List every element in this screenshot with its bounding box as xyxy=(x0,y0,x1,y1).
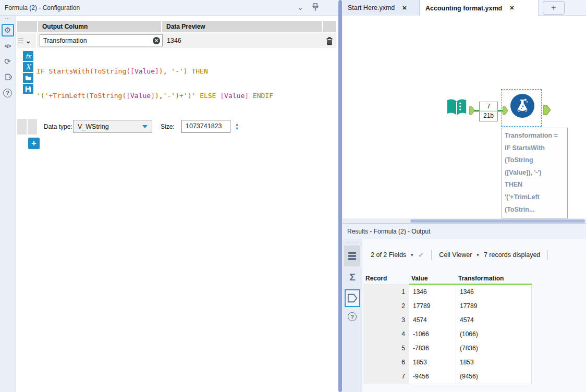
value-cell[interactable]: -9456 xyxy=(409,370,456,384)
results-help-button[interactable]: ? xyxy=(348,312,357,321)
column-header-value[interactable]: Value xyxy=(409,273,456,285)
transformation-cell[interactable]: (1066) xyxy=(456,327,532,342)
transformation-cell[interactable]: 1346 xyxy=(456,285,532,300)
record-cell[interactable]: 3 xyxy=(363,313,409,328)
expression-row-handle[interactable]: ☰ ⌄ xyxy=(17,33,37,48)
results-toolbar: 2 of 2 Fields ▾ ✔ Cell Viewer ▾ 7 record… xyxy=(362,243,586,266)
table-row[interactable]: 618531853 xyxy=(363,356,532,370)
table-row[interactable]: 345744574 xyxy=(363,313,532,327)
transformation-cell[interactable]: (7836) xyxy=(456,341,532,356)
delete-expression-button[interactable] xyxy=(323,33,336,48)
code-view-button[interactable]: </> xyxy=(2,40,14,52)
table-row[interactable]: 7-9456(9456) xyxy=(363,370,532,384)
size-stepper[interactable]: ▲ ▼ xyxy=(233,120,241,133)
save-expression-button[interactable] xyxy=(23,84,33,94)
transformation-cell[interactable]: 1853 xyxy=(456,356,532,370)
new-tab-button[interactable]: + xyxy=(543,1,565,15)
help-button[interactable]: ? xyxy=(2,87,14,99)
record-cell[interactable]: 7 xyxy=(363,370,409,384)
value-cell[interactable]: 1853 xyxy=(409,356,456,370)
record-cell[interactable]: 6 xyxy=(363,356,409,370)
formula-token: ( xyxy=(86,92,90,100)
value-cell[interactable]: 1346 xyxy=(409,285,456,300)
data-type-select[interactable]: V_WString xyxy=(73,120,152,133)
workflow-canvas-panel: Start Here.yxmd ✕ Accounting format.yxmd… xyxy=(343,0,586,223)
cell-viewer-button[interactable] xyxy=(345,289,360,307)
grid-header-trash-cell xyxy=(323,21,336,32)
record-cell[interactable]: 5 xyxy=(363,341,409,356)
record-cell[interactable]: 1 xyxy=(363,285,409,300)
run-options-button[interactable]: ⟳ xyxy=(2,55,14,68)
transformation-cell[interactable]: 4574 xyxy=(456,313,532,328)
fields-dropdown[interactable]: 2 of 2 Fields xyxy=(371,251,406,259)
data-preview-value: 1346 xyxy=(167,33,181,48)
value-cell[interactable]: -7836 xyxy=(409,341,456,356)
folder-open-icon xyxy=(25,75,32,81)
configuration-title: Formula (2) - Configuration xyxy=(0,4,80,11)
add-expression-button[interactable]: + xyxy=(28,138,40,149)
connection-progress-badge[interactable]: 7 21b xyxy=(479,102,498,121)
canvas-horizontal-scrollbar[interactable] xyxy=(343,218,586,223)
dropdown-arrow-icon xyxy=(142,125,148,128)
value-cell[interactable]: 17789 xyxy=(409,299,456,314)
formula-token: ELSE xyxy=(200,92,216,100)
text-input-tool[interactable] xyxy=(445,97,469,121)
variables-icon: Χ xyxy=(26,63,30,71)
table-row[interactable]: 113461346 xyxy=(363,285,532,299)
table-row[interactable]: 5-7836(7836) xyxy=(363,341,532,356)
record-cell[interactable]: 4 xyxy=(363,327,409,342)
configuration-panel-header: Formula (2) - Configuration xyxy=(0,0,338,16)
close-icon[interactable]: ✕ xyxy=(509,5,514,11)
annotation-tab-button[interactable] xyxy=(2,71,14,83)
size-input[interactable]: 1073741823 xyxy=(181,120,230,133)
data-preview-header: Data Preview xyxy=(162,21,322,32)
pin-panel-button[interactable] xyxy=(311,3,321,13)
tool-annotation[interactable]: Transformation =IF StartsWith(ToString([… xyxy=(502,128,568,218)
collapse-panel-button[interactable]: ⌄ xyxy=(295,3,306,13)
formula-token: [ xyxy=(130,67,135,75)
plus-icon: + xyxy=(31,138,36,148)
table-row[interactable]: 4-1066(1066) xyxy=(363,327,532,341)
formula-output-anchor[interactable] xyxy=(543,105,551,115)
input-anchor[interactable] xyxy=(503,106,508,115)
tab-start-here[interactable]: Start Here.yxmd ✕ xyxy=(343,0,420,16)
formula-token xyxy=(196,92,200,100)
close-icon[interactable]: ✕ xyxy=(402,5,407,11)
variables-button[interactable]: Χ xyxy=(23,62,33,72)
records-displayed-label: 7 records displayed xyxy=(484,251,540,259)
scrollbar-thumb[interactable] xyxy=(338,0,342,392)
output-column-input[interactable]: Transformation ✕ xyxy=(40,34,163,46)
spin-down-icon[interactable]: ▼ xyxy=(235,127,239,131)
scrollbar-thumb[interactable] xyxy=(410,219,585,223)
data-view-button[interactable] xyxy=(344,246,360,266)
record-cell[interactable]: 2 xyxy=(363,299,409,314)
open-expression-button[interactable] xyxy=(23,73,33,83)
configuration-tab-button[interactable]: ⚙ xyxy=(2,24,14,36)
formula-token: ) xyxy=(155,92,159,100)
value-cell[interactable]: -1066 xyxy=(409,327,456,342)
functions-button[interactable]: fx xyxy=(23,51,33,61)
toolbar-separator xyxy=(547,250,548,260)
tab-accounting-format[interactable]: Accounting format.yxmd ✕ xyxy=(420,0,539,16)
results-table-body: 113461346217789177893457445744-1066(1066… xyxy=(363,285,532,384)
drag-handle-icon: ☰ xyxy=(18,37,24,45)
config-vertical-scrollbar[interactable] xyxy=(338,0,343,392)
datatype-row-stub2 xyxy=(28,119,37,134)
fx-icon: fx xyxy=(25,53,31,60)
formula-token: ( xyxy=(126,67,130,75)
profile-view-button[interactable]: Σ xyxy=(343,272,362,283)
formula-tool[interactable] xyxy=(510,94,534,118)
formula-token: '-' xyxy=(171,67,183,75)
table-row[interactable]: 21778917789 xyxy=(363,299,532,313)
value-cell[interactable]: 4574 xyxy=(409,313,456,328)
formula-token: ] xyxy=(151,92,155,100)
transformation-cell[interactable]: (9456) xyxy=(456,370,532,384)
column-header-record[interactable]: Record xyxy=(363,273,409,285)
transformation-cell[interactable]: 17789 xyxy=(456,299,532,314)
cell-viewer-dropdown[interactable]: Cell Viewer xyxy=(439,251,472,259)
clear-column-button[interactable]: ✕ xyxy=(153,37,160,44)
help-icon: ? xyxy=(348,312,357,321)
column-header-transformation[interactable]: Transformation xyxy=(456,273,532,285)
annotation-line: (ToStrin... xyxy=(505,204,565,216)
formula-editor[interactable]: IF StartsWith(ToString([Value]), '-') TH… xyxy=(36,51,328,116)
